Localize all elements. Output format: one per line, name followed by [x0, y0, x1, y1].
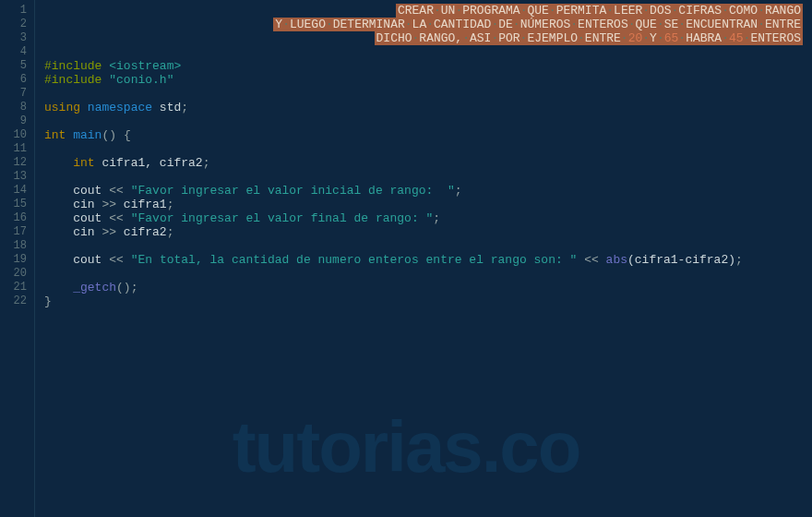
line-number: 8 — [0, 101, 27, 114]
line-number: 18 — [0, 239, 27, 253]
code-line[interactable]: using namespace std; — [44, 101, 812, 114]
line-number: 16 — [0, 211, 27, 225]
code-line[interactable]: cin >> cifra2; — [44, 225, 812, 239]
line-number: 10 — [0, 128, 27, 142]
code-line[interactable]: #include "conio.h" — [44, 73, 812, 87]
line-number: 22 — [0, 295, 27, 308]
line-number: 6 — [0, 73, 27, 87]
line-number: 2 — [0, 18, 27, 31]
code-line[interactable]: CREAR·UN·PROGRAMA·QUE·PERMITA·LEER·DOS·C… — [44, 4, 812, 18]
line-number: 3 — [0, 31, 27, 45]
code-line[interactable]: } — [44, 295, 812, 308]
code-line[interactable]: int cifra1, cifra2; — [44, 156, 812, 170]
code-line[interactable] — [44, 239, 812, 253]
code-line[interactable]: cout << "En total, la cantidad de numero… — [44, 253, 812, 267]
code-line[interactable]: Y·LUEGO·DETERMINAR·LA·CANTIDAD·DE·NÚMERO… — [44, 18, 812, 31]
code-line[interactable]: cout << "Favor ingresar el valor inicial… — [44, 184, 812, 198]
code-line[interactable] — [44, 142, 812, 156]
line-number: 12 — [0, 156, 27, 170]
code-line[interactable] — [44, 170, 812, 184]
comment-text: Y·LUEGO·DETERMINAR·LA·CANTIDAD·DE·NÚMERO… — [273, 18, 803, 31]
code-line[interactable]: _getch(); — [44, 281, 812, 295]
comment-text: DICHO·RANGO,·ASI·POR·EJEMPLO·ENTRE·20·Y·… — [375, 31, 803, 45]
code-editor: 1 2 3 4 5 6 7 8 9 10 11 12 13 14 15 16 1… — [0, 0, 812, 517]
comment-text: CREAR·UN·PROGRAMA·QUE·PERMITA·LEER·DOS·C… — [396, 4, 803, 18]
code-line[interactable]: cout << "Favor ingresar el valor final d… — [44, 211, 812, 225]
code-content[interactable]: CREAR·UN·PROGRAMA·QUE·PERMITA·LEER·DOS·C… — [35, 0, 812, 517]
line-number: 14 — [0, 184, 27, 198]
line-number: 11 — [0, 142, 27, 156]
line-number: 20 — [0, 267, 27, 281]
line-number: 4 — [0, 45, 27, 59]
line-number: 9 — [0, 114, 27, 128]
code-line[interactable] — [44, 114, 812, 128]
line-number: 21 — [0, 281, 27, 295]
code-line[interactable]: DICHO·RANGO,·ASI·POR·EJEMPLO·ENTRE·20·Y·… — [44, 31, 812, 45]
code-line[interactable]: cin >> cifra1; — [44, 198, 812, 211]
line-number: 15 — [0, 198, 27, 211]
code-line[interactable]: int main() { — [44, 128, 812, 142]
code-line[interactable] — [44, 87, 812, 101]
line-number: 17 — [0, 225, 27, 239]
code-line[interactable]: #include <iostream> — [44, 59, 812, 73]
line-number: 7 — [0, 87, 27, 101]
code-line[interactable] — [44, 267, 812, 281]
line-number: 1 — [0, 4, 27, 18]
line-number-gutter: 1 2 3 4 5 6 7 8 9 10 11 12 13 14 15 16 1… — [0, 0, 35, 517]
line-number: 19 — [0, 253, 27, 267]
line-number: 13 — [0, 170, 27, 184]
code-line[interactable] — [44, 45, 812, 59]
line-number: 5 — [0, 59, 27, 73]
